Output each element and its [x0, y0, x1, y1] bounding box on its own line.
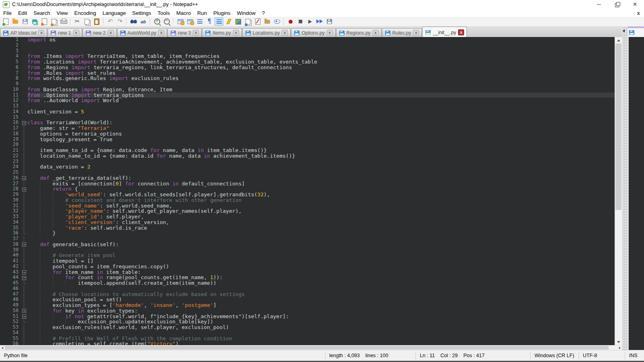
fold-margin[interactable]	[21, 120, 27, 125]
code-text[interactable]	[27, 159, 615, 165]
macro-save-icon[interactable]	[325, 17, 334, 26]
fold-collapse-icon[interactable]	[22, 309, 26, 313]
code-text[interactable]: 'world_seed': self.world.slot_seeds[self…	[27, 192, 615, 197]
code-line[interactable]: 3	[0, 48, 615, 54]
menu-item-search[interactable]: Search	[30, 9, 53, 17]
code-text[interactable]: options = terraria_options	[27, 131, 615, 137]
code-text[interactable]: from ..AutoWorld import World	[27, 98, 615, 103]
code-line[interactable]: 46	[0, 286, 615, 292]
code-line[interactable]: 7from .Rules import set_rules	[0, 70, 615, 76]
code-line[interactable]: 22 location_name_to_id = {name: data.id …	[0, 153, 615, 159]
code-text[interactable]: import os	[27, 37, 615, 43]
code-line[interactable]: 9	[0, 81, 615, 87]
menu-item-window[interactable]: Window	[234, 9, 259, 17]
fold-margin[interactable]	[21, 314, 27, 319]
tab-rules-py[interactable]: Rules.pyx	[382, 28, 422, 37]
code-line[interactable]: 4from .Items import TerrariaItem, item_t…	[0, 53, 615, 59]
code-line[interactable]: 52 exclusion_pool.update(exclusion_table…	[0, 319, 615, 325]
redo-icon[interactable]: ↷	[116, 17, 124, 26]
code-line[interactable]: 40 # Generate item pool	[0, 253, 615, 258]
vertical-scrollbar[interactable]	[615, 37, 622, 345]
code-line[interactable]: 45 itempool.append(self.create_item(item…	[0, 280, 615, 286]
code-text[interactable]: from .Regions import terraria_regions, l…	[27, 65, 615, 70]
code-text[interactable]: exits = [connection[0] for connection in…	[27, 181, 615, 187]
code-text[interactable]	[27, 142, 615, 148]
code-line[interactable]: 50 for key in exclusion_types:	[0, 308, 615, 314]
code-line[interactable]: 2	[0, 43, 615, 48]
code-line[interactable]: 54	[0, 330, 615, 336]
save-icon[interactable]	[21, 17, 29, 26]
code-text[interactable]: def _get_terraria_data(self):	[27, 175, 615, 181]
code-line[interactable]: 36 }	[0, 230, 615, 236]
code-text[interactable]: 'client_version': client_version,	[27, 220, 615, 225]
code-text[interactable]: data_version = 2	[27, 164, 615, 170]
code-text[interactable]: for item_name in item_table:	[27, 269, 615, 275]
restore-button[interactable]	[608, 0, 626, 9]
tab-close-icon[interactable]: x	[73, 30, 79, 36]
function-list-icon[interactable]	[253, 17, 262, 26]
fold-collapse-icon[interactable]	[22, 315, 26, 319]
menu-item-encoding[interactable]: Encoding	[71, 9, 99, 17]
horizontal-scrollbar[interactable]	[0, 345, 622, 350]
code-text[interactable]: pool_counts = item_frequencies.copy()	[27, 264, 615, 269]
code-text[interactable]	[27, 81, 615, 87]
tab-options-py[interactable]: Options.pyx	[291, 28, 335, 37]
document-map-icon[interactable]	[234, 17, 243, 26]
code-text[interactable]: completion = self.create_item("Victory")	[27, 341, 615, 345]
open-file-icon[interactable]	[11, 17, 20, 26]
code-line[interactable]: 10from BaseClasses import Region, Entran…	[0, 87, 615, 93]
code-text[interactable]	[27, 286, 615, 292]
code-line[interactable]: 16class TerrariaWorld(World):	[0, 120, 615, 125]
new-file-icon[interactable]	[1, 17, 10, 26]
code-line[interactable]: 27 exits = [connection[0] for connection…	[0, 181, 615, 187]
code-line[interactable]: 39	[0, 247, 615, 253]
fold-margin[interactable]	[21, 242, 27, 247]
sync-horizontal-scroll-icon[interactable]	[186, 17, 194, 26]
code-text[interactable]: from BaseClasses import Region, Entrance…	[27, 87, 615, 93]
tab-scroll-left-icon[interactable]: ◀	[622, 29, 625, 33]
code-text[interactable]: # Choose locations to automatically excl…	[27, 292, 615, 297]
code-line[interactable]: 21 item_name_to_id = {name: data.code fo…	[0, 148, 615, 153]
code-text[interactable]: game: str = "Terraria"	[27, 125, 615, 131]
menu-item-tools[interactable]: Tools	[155, 9, 173, 17]
code-text[interactable]: from .Locations import TerrariaAchieveme…	[27, 59, 615, 65]
code-text[interactable]: client_version = 5	[27, 109, 615, 115]
code-line[interactable]: 56 completion = self.create_item("Victor…	[0, 341, 615, 345]
close-all-icon[interactable]	[50, 17, 58, 26]
code-text[interactable]: }	[27, 230, 615, 236]
scroll-right-arrow[interactable]	[617, 346, 622, 350]
minimize-button[interactable]	[590, 0, 608, 9]
fold-collapse-icon[interactable]	[22, 187, 26, 191]
tab-locations-py[interactable]: Locations.pyx	[242, 28, 291, 37]
code-text[interactable]: itempool.append(self.create_item(item_na…	[27, 280, 615, 286]
code-text[interactable]: exclusion_pool = set()	[27, 297, 615, 302]
code-text[interactable]: # Generate item pool	[27, 253, 615, 258]
tab-close-icon[interactable]: x	[373, 30, 379, 36]
code-text[interactable]: location_name_to_id = {name: data.id for…	[27, 153, 615, 159]
code-line[interactable]: 13	[0, 103, 615, 109]
macro-record-icon[interactable]	[286, 17, 295, 26]
folder-as-workspace-icon[interactable]	[263, 17, 272, 26]
code-text[interactable]: from worlds.generic.Rules import exclusi…	[27, 76, 615, 81]
code-line[interactable]: 33 'player_id': self.player,	[0, 214, 615, 220]
code-line[interactable]: 28 return {	[0, 186, 615, 192]
code-text[interactable]	[27, 330, 615, 336]
code-text[interactable]: from .Rules import set_rules	[27, 70, 615, 76]
undo-icon[interactable]: ↶	[106, 17, 115, 26]
code-text[interactable]: 'seed_name': self.world.seed_name,	[27, 203, 615, 209]
code-text[interactable]: def generate_basic(self):	[27, 242, 615, 247]
code-text[interactable]: exclusion_types = ['hardmode', 'insane',…	[27, 302, 615, 308]
scroll-up-arrow[interactable]	[615, 37, 622, 43]
code-line[interactable]: 18 options = terraria_options	[0, 131, 615, 137]
code-line[interactable]: 41 itempool = []	[0, 258, 615, 264]
fold-collapse-icon[interactable]	[22, 276, 26, 280]
tab-new-1[interactable]: new 1x	[47, 28, 82, 37]
word-wrap-icon[interactable]	[195, 17, 204, 26]
menu-item-settings[interactable]: Settings	[129, 9, 155, 17]
fold-collapse-icon[interactable]	[22, 121, 26, 125]
code-line[interactable]: 17 game: str = "Terraria"	[0, 125, 615, 131]
code-line[interactable]: 42 pool_counts = item_frequencies.copy()	[0, 264, 615, 269]
menu-item-file[interactable]: File	[0, 9, 15, 17]
fold-collapse-icon[interactable]	[22, 176, 26, 180]
code-text[interactable]	[27, 247, 615, 253]
